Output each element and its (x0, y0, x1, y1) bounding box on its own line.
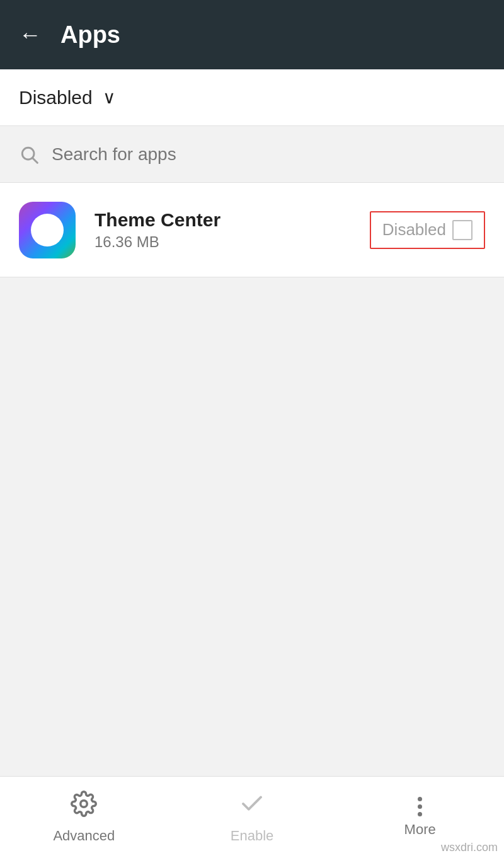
app-icon (19, 202, 76, 258)
watermark: wsxdri.com (441, 841, 498, 854)
filter-label: Disabled (19, 87, 93, 108)
bottom-item-more[interactable]: More (336, 797, 504, 838)
page-title: Apps (60, 21, 120, 49)
dot-2 (418, 804, 422, 809)
chevron-down-icon: ∨ (103, 87, 116, 108)
advanced-label: Advanced (53, 828, 115, 844)
dot-1 (418, 797, 422, 801)
filter-row[interactable]: Disabled ∨ (0, 69, 504, 126)
search-row (0, 126, 504, 183)
enable-label: Enable (231, 828, 274, 844)
status-label: Disabled (382, 220, 446, 240)
bottom-item-advanced[interactable]: Advanced (0, 791, 168, 844)
search-icon (19, 144, 39, 165)
app-name: Theme Center (94, 209, 370, 231)
app-size: 16.36 MB (94, 233, 370, 251)
more-label: More (404, 821, 436, 838)
app-bar: ← Apps (0, 0, 504, 69)
bottom-nav-bar: Advanced Enable More (0, 776, 504, 858)
back-button[interactable]: ← (19, 21, 42, 48)
svg-point-2 (81, 801, 88, 808)
app-info: Theme Center 16.36 MB (94, 209, 370, 251)
status-badge[interactable]: Disabled (370, 211, 485, 249)
app-icon-inner (31, 214, 64, 246)
gear-icon (71, 791, 97, 823)
svg-line-1 (33, 158, 37, 163)
empty-area (0, 277, 504, 776)
bottom-item-enable[interactable]: Enable (168, 791, 336, 844)
app-list: Theme Center 16.36 MB Disabled (0, 183, 504, 277)
search-input[interactable] (52, 144, 485, 165)
more-icon (418, 797, 422, 816)
dot-3 (418, 812, 422, 816)
table-row[interactable]: Theme Center 16.36 MB Disabled (0, 183, 504, 277)
status-checkbox[interactable] (452, 220, 472, 240)
check-icon (239, 791, 265, 823)
